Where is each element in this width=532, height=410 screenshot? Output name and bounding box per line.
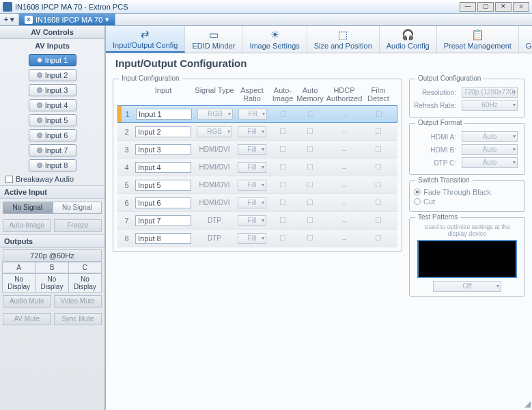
aspect-ratio-select[interactable]: Fill: [238, 180, 266, 191]
hdcp-cell[interactable]: –: [324, 146, 365, 154]
input-6-button[interactable]: Input 6: [29, 129, 76, 141]
auto-memory-cell[interactable]: ☐: [296, 216, 324, 225]
fade-radio[interactable]: Fade Through Black: [414, 188, 520, 196]
aspect-ratio-select[interactable]: Fill: [238, 126, 266, 137]
hdcp-cell[interactable]: –: [324, 163, 365, 172]
test-pattern-select[interactable]: Off: [433, 281, 501, 292]
checkbox-icon: [5, 176, 13, 183]
hdcp-cell[interactable]: –: [324, 234, 365, 243]
auto-image-button[interactable]: Auto-Image: [3, 219, 51, 232]
menu-button[interactable]: ≡: [513, 2, 529, 12]
auto-image-cell[interactable]: ☐: [269, 145, 296, 154]
input-name-field[interactable]: [135, 126, 191, 137]
film-detect-cell[interactable]: ☐: [365, 110, 393, 119]
tab-io-config[interactable]: ⇄Input/Output Config: [106, 26, 185, 53]
tab-audio[interactable]: 🎧Audio Config: [380, 26, 437, 53]
signal-type-select[interactable]: RGB: [197, 109, 233, 120]
input-3-button[interactable]: Input 3: [29, 84, 76, 96]
hdcp-cell[interactable]: –: [324, 128, 365, 136]
tab-edid[interactable]: ▭EDID Minder: [185, 26, 242, 53]
refresh-rate-select[interactable]: 60Hz: [462, 100, 518, 111]
cut-radio[interactable]: Cut: [414, 197, 520, 206]
tab-close-icon[interactable]: ×: [25, 16, 33, 24]
auto-image-cell[interactable]: ☐: [269, 180, 296, 189]
auto-memory-cell[interactable]: ☐: [297, 110, 324, 119]
aspect-ratio-select[interactable]: Fill: [238, 233, 266, 244]
input-row[interactable]: 8DTPFill☐☐–☐: [117, 230, 397, 247]
dtp-c-select[interactable]: Auto: [462, 157, 518, 168]
film-detect-cell[interactable]: ☐: [365, 216, 392, 225]
add-tab-button[interactable]: + ▾: [0, 14, 19, 25]
close-button[interactable]: ✕: [495, 2, 512, 12]
hdmi-a-select[interactable]: Auto: [462, 131, 518, 142]
input-5-button[interactable]: Input 5: [29, 114, 76, 126]
auto-image-cell[interactable]: ☐: [269, 216, 296, 225]
film-detect-cell[interactable]: ☐: [365, 198, 392, 207]
input-row[interactable]: 7DTPFill☐☐–☐: [117, 212, 397, 230]
auto-image-cell[interactable]: ☐: [270, 110, 297, 119]
tab-preset[interactable]: 📋Preset Management: [437, 26, 519, 53]
auto-memory-cell[interactable]: ☐: [296, 180, 324, 189]
auto-memory-cell[interactable]: ☐: [296, 198, 324, 207]
breakaway-audio-checkbox[interactable]: Breakaway Audio: [0, 173, 104, 185]
tab-image[interactable]: ☀Image Settings: [242, 26, 307, 53]
tab-general[interactable]: ⚙General Settings: [519, 26, 532, 53]
film-detect-cell[interactable]: ☐: [365, 127, 392, 136]
sync-mute-button[interactable]: Sync Mute: [54, 313, 102, 325]
video-mute-button[interactable]: Video Mute: [54, 295, 102, 308]
input-name-field[interactable]: [135, 215, 191, 226]
input-name-field[interactable]: [135, 144, 191, 155]
hdcp-cell[interactable]: –: [324, 181, 365, 189]
input-row[interactable]: 3HDMI/DVIFill☐☐–☐: [117, 141, 397, 159]
no-signal-left[interactable]: No Signal: [3, 202, 53, 214]
input-1-button[interactable]: Input 1: [29, 54, 76, 66]
input-row[interactable]: 4HDMI/DVIFill☐☐–☐: [117, 159, 397, 176]
input-4-button[interactable]: Input 4: [29, 99, 76, 111]
maximize-button[interactable]: ▢: [477, 2, 494, 12]
resize-grip-icon[interactable]: ◢: [524, 399, 531, 409]
film-detect-cell[interactable]: ☐: [365, 163, 392, 172]
input-2-button[interactable]: Input 2: [29, 69, 76, 81]
auto-memory-cell[interactable]: ☐: [296, 234, 324, 243]
auto-memory-cell[interactable]: ☐: [296, 145, 324, 154]
input-8-button[interactable]: Input 8: [29, 159, 76, 172]
auto-image-cell[interactable]: ☐: [269, 127, 296, 136]
auto-image-cell[interactable]: ☐: [269, 234, 296, 243]
resolution-select[interactable]: 720p (1280x720): [462, 87, 518, 98]
input-name-field[interactable]: [135, 197, 191, 208]
input-name-field[interactable]: [135, 233, 191, 244]
aspect-ratio-select[interactable]: Fill: [238, 162, 266, 173]
aspect-ratio-select[interactable]: Fill: [238, 197, 266, 208]
input-row[interactable]: 2RGBFill☐☐–☐: [117, 123, 397, 141]
audio-mute-button[interactable]: Audio Mute: [3, 295, 51, 308]
input-row[interactable]: 1RGBFill☐☐–☐: [117, 105, 397, 123]
aspect-ratio-select[interactable]: Fill: [238, 109, 267, 120]
auto-memory-cell[interactable]: ☐: [296, 127, 324, 136]
aspect-ratio-select[interactable]: Fill: [238, 144, 266, 155]
minimize-button[interactable]: —: [460, 2, 476, 12]
input-name-field[interactable]: [135, 180, 191, 191]
input-7-button[interactable]: Input 7: [29, 144, 76, 156]
input-name-field[interactable]: [135, 162, 191, 173]
aspect-ratio-select[interactable]: Fill: [238, 215, 266, 226]
hdcp-cell[interactable]: –: [324, 217, 365, 225]
auto-image-cell[interactable]: ☐: [269, 198, 296, 207]
film-detect-cell[interactable]: ☐: [365, 234, 392, 243]
film-detect-cell[interactable]: ☐: [365, 145, 392, 154]
hdcp-cell[interactable]: –: [324, 199, 365, 207]
signal-type-select[interactable]: RGB: [197, 126, 232, 137]
device-tab[interactable]: × IN1608 IPCP MA 70 ▾: [19, 14, 115, 25]
film-detect-cell[interactable]: ☐: [365, 180, 392, 189]
input-name-field[interactable]: [136, 109, 192, 120]
hdcp-cell[interactable]: –: [324, 110, 365, 118]
input-row[interactable]: 5HDMI/DVIFill☐☐–☐: [117, 176, 397, 194]
auto-memory-cell[interactable]: ☐: [296, 163, 324, 172]
av-mute-button[interactable]: AV Mute: [3, 313, 51, 325]
tab-size[interactable]: ⬚Size and Position: [307, 26, 380, 53]
input-row[interactable]: 6HDMI/DVIFill☐☐–☐: [117, 194, 397, 212]
freeze-button[interactable]: Freeze: [54, 219, 102, 232]
hdmi-b-select[interactable]: Auto: [462, 144, 518, 155]
no-signal-right[interactable]: No Signal: [53, 202, 102, 214]
status-dot-icon: [37, 133, 42, 138]
auto-image-cell[interactable]: ☐: [269, 163, 296, 172]
